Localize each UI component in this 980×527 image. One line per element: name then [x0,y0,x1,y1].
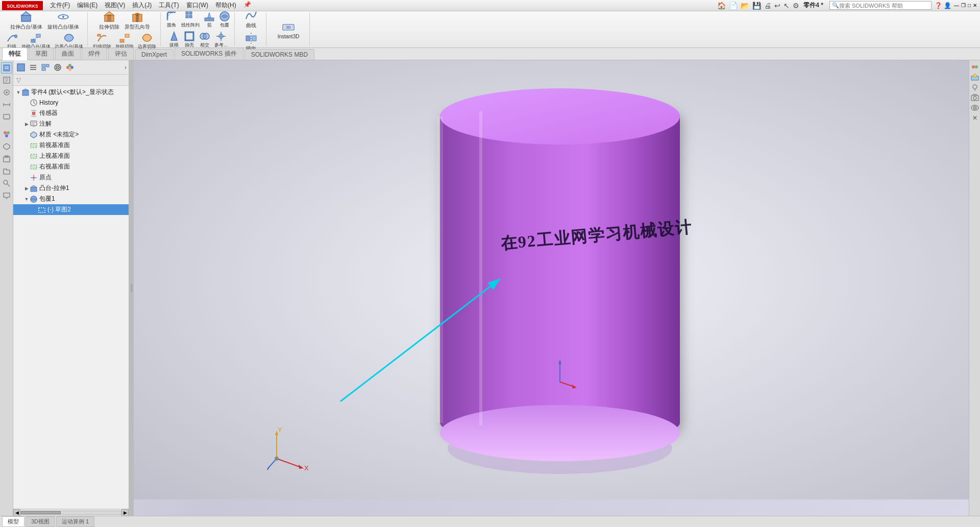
minimize-btn[interactable]: — [954,3,959,8]
menu-pin[interactable]: 📌 [240,0,254,11]
restore-btn[interactable]: ❐ [961,3,966,8]
rib-btn[interactable]: 筋 [203,10,216,29]
tab-sketch[interactable]: 草图 [29,47,54,60]
options-icon[interactable]: ⚙ [793,2,799,10]
save-icon[interactable]: 💾 [752,2,761,10]
tab-dimxpert[interactable]: DimXpert [135,49,174,60]
scroll-thumb[interactable] [21,511,61,514]
tree-origin[interactable]: 原点 [13,172,129,183]
fillet-btn[interactable]: 圆角 [165,10,178,29]
3d-viewport[interactable]: ↩ 🌐 🖥 [134,60,969,516]
tree-sensors[interactable]: 传感器 [13,108,129,118]
menu-view[interactable]: 视图(V) [102,0,128,11]
property-manager-icon[interactable] [1,75,12,86]
feature-manager-icon[interactable] [1,62,12,74]
draft-btn[interactable]: 拔模 [167,30,181,49]
menu-file[interactable]: 文件(F) [47,0,73,11]
tree-scrollbar[interactable]: ◀ ▶ [13,509,129,516]
right-scene-icon[interactable] [970,73,979,82]
resize-handle[interactable] [130,60,134,516]
close-btn[interactable]: ✕ [973,3,977,8]
user-icon[interactable]: 👤 [944,2,951,9]
menu-window[interactable]: 窗口(W) [183,0,211,11]
extrude-cut-btn[interactable]: 拉伸切除 [97,9,121,31]
right-lights-icon[interactable] [970,83,979,92]
hole-wizard-btn[interactable]: 异型孔向导 [123,9,152,31]
solidworks-resources-icon[interactable] [1,141,12,152]
tab-sw-plugins[interactable]: SOLIDWORKS 插件 [175,47,243,60]
instant3d-btn[interactable]: 3D Instant3D [271,18,306,40]
top-plane-expand-icon[interactable] [23,153,30,159]
appearances-icon[interactable] [1,129,12,140]
tab-weldment[interactable]: 焊件 [82,47,107,60]
solidworks-forum-icon[interactable] [1,190,12,201]
new-icon[interactable]: 📄 [729,2,738,10]
maximize-btn[interactable]: □ [968,3,971,8]
list-view-btn[interactable] [28,62,39,73]
tab-surface[interactable]: 曲面 [55,47,81,60]
tree-history[interactable]: History [13,98,129,108]
material-expand-icon[interactable] [23,132,30,138]
tree-annotations[interactable]: ▶ 注解 [13,118,129,129]
menu-edit[interactable]: 编辑(E) [74,0,101,11]
right-appearance-icon[interactable] [970,62,979,71]
sketch2-expand-icon[interactable] [32,207,38,213]
linear-pattern-btn[interactable]: 线性阵列 [180,10,201,29]
extrude-boss-btn[interactable]: 拉伸凸台/基体 [9,9,44,31]
tab-sw-mbd[interactable]: SOLIDWORKS MBD [244,49,314,60]
bottom-tab-model[interactable]: 模型 [2,516,24,527]
boss-extrude1-expand-icon[interactable]: ▶ [23,185,30,191]
design-library-icon[interactable] [1,153,12,164]
undo-icon[interactable]: ↩ [774,2,780,10]
tree-material[interactable]: 材质 <未指定> [13,129,129,140]
sensors-expand-icon[interactable] [23,110,30,116]
tab-evaluate[interactable]: 评估 [108,47,134,60]
right-close-icon[interactable]: ✕ [970,113,979,123]
right-camera-icon[interactable] [970,93,979,102]
tree-front-plane[interactable]: 前视基准面 [13,140,129,151]
origin-expand-icon[interactable] [23,175,30,181]
scroll-track[interactable] [20,511,121,515]
menu-tools[interactable]: 工具(T) [156,0,182,11]
front-plane-expand-icon[interactable] [23,142,30,149]
search-input[interactable] [839,3,921,9]
color-theme-btn[interactable] [64,62,76,73]
menu-help[interactable]: 帮助(H) [212,0,239,11]
expand-sidebar-btn[interactable]: › [125,64,127,71]
open-icon[interactable]: 📂 [741,2,749,10]
search-icon[interactable] [1,178,12,189]
configuration-manager-icon[interactable] [1,87,12,98]
menu-insert[interactable]: 插入(J) [129,0,155,11]
wrap-btn[interactable]: 包覆 [218,10,231,29]
bottom-tab-motion[interactable]: 运动算例 1 [56,516,94,527]
tree-top-plane[interactable]: 上视基准面 [13,151,129,161]
annotations-expand-icon[interactable]: ▶ [23,121,30,127]
help-icon[interactable]: ❓ [935,2,942,9]
tree-right-plane[interactable]: 右视基准面 [13,161,129,172]
scroll-right-btn[interactable]: ▶ [121,509,129,516]
bottom-tab-3dview[interactable]: 3D视图 [26,516,55,527]
home-icon[interactable]: 🏠 [717,2,726,10]
flat-view-btn[interactable] [40,62,51,73]
tree-root-part4[interactable]: ▼ 零件4 (默认<<默认>_显示状态 [13,87,129,98]
right-plane-expand-icon[interactable] [23,164,30,170]
print-icon[interactable]: 🖨 [764,2,771,10]
cursor-icon[interactable]: ↖ [783,2,790,10]
intersect-btn[interactable]: 相交 [198,30,211,49]
file-explorer-icon[interactable] [1,165,12,177]
tab-features[interactable]: 特征 [2,47,28,60]
revolve-boss-btn[interactable]: 旋转凸台/基体 [46,9,81,31]
tree-sketch2[interactable]: (-) 草图2 [13,204,129,215]
tree-wrap1[interactable]: ▼ 包覆1 [13,194,129,204]
target-icon[interactable] [52,62,63,73]
scroll-left-btn[interactable]: ◀ [13,509,20,516]
wrap1-expand-icon[interactable]: ▼ [23,196,30,202]
expand-icon[interactable]: ▼ [15,89,21,95]
reference-btn[interactable]: 参考... [213,30,229,49]
boundary-cut-btn[interactable]: 边界切除 [137,32,157,51]
right-realview-icon[interactable] [970,103,979,112]
dimxpert-manager-icon[interactable] [1,99,12,110]
feature-tree-icon[interactable] [15,62,27,73]
history-expand-icon[interactable] [23,100,30,106]
tree-boss-extrude1[interactable]: ▶ 凸台-拉伸1 [13,183,129,194]
